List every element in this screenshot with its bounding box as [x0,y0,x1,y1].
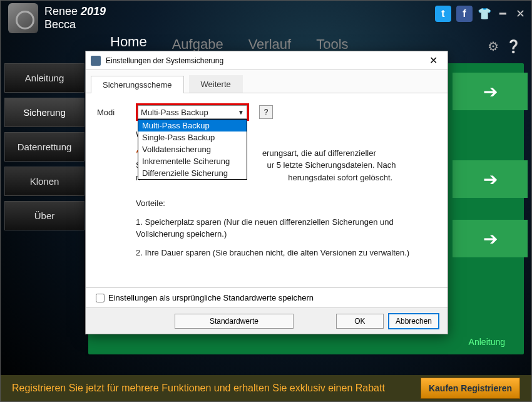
register-button[interactable]: Kaufen Registrieren [421,378,520,399]
action-arrow-2[interactable]: ➔ [453,160,528,198]
dialog-tabs: Sicherungsscheme Weiterte [86,70,448,93]
chevron-down-icon: ▼ [238,109,244,116]
app-logo-icon [8,3,38,33]
minimize-button[interactable]: ━ [496,8,509,20]
close-button[interactable]: ✕ [514,8,526,20]
defaults-checkbox[interactable] [96,294,105,302]
tab-sicherungsscheme[interactable]: Sicherungsscheme [91,76,184,93]
cancel-button[interactable]: Abbrechen [389,314,439,329]
ok-button[interactable]: OK [336,314,384,329]
modi-dropdown: Multi-Pass Backup Single-Pass Backup Vol… [138,119,247,180]
tab-weiterte[interactable]: Weiterte [189,75,243,93]
modi-help-button[interactable]: ? [259,105,273,119]
text-vorteile: Vorteile: [136,197,436,210]
app-window: Renee 2019 Becca t f 👕 ━ ✕ Home Aufgabe … [0,0,532,402]
help-icon[interactable]: ❔ [506,39,520,53]
dialog-titlebar: Einstellungen der Systemsicherung ✕ [86,51,448,70]
bottom-bar: Registrieren Sie jetzt für mehrere Funkt… [1,375,531,401]
combo-option-singlepass[interactable]: Single-Pass Backup [138,131,247,143]
text-p1: 1. Speicherplatz sparen (Nur die neuen d… [136,216,436,240]
sidebar-item-sicherung[interactable]: Sicherung [4,98,84,127]
modi-combo-highlight: Multi-Pass Backup ▼ Multi-Pass Backup Si… [136,103,249,121]
combo-option-multipass[interactable]: Multi-Pass Backup [138,120,247,131]
brand-sub: Becca [44,18,106,31]
brand-year: 2019 [81,5,106,18]
gear-icon[interactable]: ⚙ [486,39,500,53]
dialog-close-button[interactable]: ✕ [424,54,442,68]
sidebar-item-klonen[interactable]: Klonen [4,167,84,196]
facebook-icon[interactable]: f [456,6,473,22]
register-text: Registrieren Sie jetzt für mehrere Funkt… [12,383,385,394]
modi-select-value: Multi-Pass Backup [141,108,208,117]
defaults-button[interactable]: Standardwerte [175,314,294,329]
modi-label: Modi [97,108,128,117]
defaults-checkbox-label: Einstellungen als ursprüngliche Standard… [108,293,314,302]
sidebar-item-anleitung[interactable]: Anleitung [4,63,84,93]
combo-option-differenzielle[interactable]: Differenzielle Sicherung [138,167,247,179]
anleitung-link[interactable]: Anleitung [469,337,505,347]
dialog-footer-check: Einstellungen als ursprüngliche Standard… [86,287,448,307]
dialog-title: Einstellungen der Systemsicherung [106,56,424,65]
dialog-icon [91,56,101,66]
action-arrow-1[interactable]: ➔ [453,73,528,110]
settings-dialog: Einstellungen der Systemsicherung ✕ Sich… [85,51,448,334]
dialog-buttons: Standardwerte OK Abbrechen [86,307,448,334]
titlebar: Renee 2019 Becca t f 👕 ━ ✕ [1,1,531,35]
brand-name: Renee [44,5,78,18]
twitter-icon[interactable]: t [435,6,451,22]
sidebar: Anleitung Sicherung Datenrettung Klonen … [4,63,84,230]
combo-option-volldaten[interactable]: Volldatensicherung [138,143,247,155]
combo-option-inkrementelle[interactable]: Inkrementelle Sciherung [138,155,247,167]
brand-text: Renee 2019 Becca [44,5,106,31]
dialog-body: Modi Multi-Pass Backup ▼ Multi-Pass Back… [86,93,448,287]
text-p2: 2. Ihre Dauer sparen (Sie brauchen nicht… [136,247,436,259]
tshirt-icon[interactable]: 👕 [478,7,491,21]
sidebar-item-uber[interactable]: Über [4,201,84,230]
action-arrow-3[interactable]: ➔ [453,220,528,257]
sidebar-item-datenrettung[interactable]: Datenrettung [4,132,84,162]
modi-select[interactable]: Multi-Pass Backup ▼ [138,105,247,119]
